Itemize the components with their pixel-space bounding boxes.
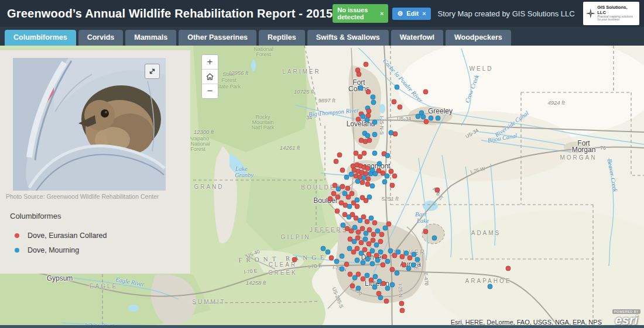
point-dove-eurasian-collared[interactable] <box>506 266 511 271</box>
point-dove-mourning[interactable] <box>358 85 364 91</box>
no-issues-close-icon[interactable]: × <box>380 10 383 17</box>
point-dove-mourning[interactable] <box>385 286 390 291</box>
point-dove-eurasian-collared[interactable] <box>350 284 355 289</box>
point-dove-mourning[interactable] <box>372 285 378 290</box>
point-dove-eurasian-collared[interactable] <box>356 272 361 277</box>
point-dove-mourning[interactable] <box>370 184 375 189</box>
point-dove-mourning[interactable] <box>416 114 421 119</box>
point-dove-eurasian-collared[interactable] <box>386 222 392 227</box>
point-dove-eurasian-collared[interactable] <box>379 232 385 237</box>
point-dove-mourning[interactable] <box>356 286 361 291</box>
point-dove-eurasian-collared[interactable] <box>398 105 403 110</box>
point-dove-eurasian-collared[interactable] <box>424 119 429 125</box>
point-dove-mourning[interactable] <box>412 252 417 257</box>
point-dove-eurasian-collared[interactable] <box>364 62 369 67</box>
tab-woodpeckers[interactable]: Woodpeckers <box>446 30 511 46</box>
point-dove-mourning[interactable] <box>385 153 390 158</box>
point-dove-eurasian-collared[interactable] <box>362 151 367 156</box>
point-dove-mourning[interactable] <box>488 284 493 289</box>
point-dove-eurasian-collared[interactable] <box>340 184 345 189</box>
zoom-in-button[interactable]: + <box>202 55 218 70</box>
point-dove-mourning[interactable] <box>378 250 383 255</box>
point-dove-mourning[interactable] <box>432 236 437 241</box>
point-dove-eurasian-collared[interactable] <box>329 256 334 261</box>
point-dove-mourning[interactable] <box>340 267 345 272</box>
point-dove-mourning[interactable] <box>396 250 401 255</box>
point-dove-mourning[interactable] <box>370 261 375 267</box>
tab-corvids[interactable]: Corvids <box>78 30 124 46</box>
point-dove-mourning[interactable] <box>365 118 370 123</box>
point-dove-eurasian-collared[interactable] <box>366 89 371 95</box>
point-dove-eurasian-collared[interactable] <box>335 209 340 214</box>
point-dove-eurasian-collared[interactable] <box>344 262 350 267</box>
point-dove-mourning[interactable] <box>372 151 378 156</box>
point-dove-mourning[interactable] <box>395 85 400 90</box>
point-dove-eurasian-collared[interactable] <box>355 246 360 251</box>
point-dove-eurasian-collared[interactable] <box>367 138 372 143</box>
zoom-out-button[interactable]: − <box>202 84 218 98</box>
point-dove-mourning[interactable] <box>382 179 388 185</box>
expand-photo-button[interactable] <box>145 64 160 79</box>
point-dove-mourning[interactable] <box>429 116 434 121</box>
point-dove-mourning[interactable] <box>365 273 370 278</box>
point-dove-mourning[interactable] <box>411 263 416 268</box>
edit-badge[interactable]: ⚙ Edit × <box>392 8 430 20</box>
point-dove-mourning[interactable] <box>377 161 382 167</box>
point-dove-eurasian-collared[interactable] <box>356 117 361 122</box>
point-dove-eurasian-collared[interactable] <box>378 239 383 244</box>
tab-waterfowl[interactable]: Waterfowl <box>391 30 443 46</box>
point-dove-eurasian-collared[interactable] <box>350 191 355 196</box>
point-dove-eurasian-collared[interactable] <box>381 263 386 268</box>
point-dove-mourning[interactable] <box>371 95 376 100</box>
point-dove-eurasian-collared[interactable] <box>355 204 360 209</box>
point-dove-eurasian-collared[interactable] <box>400 308 405 313</box>
point-dove-mourning[interactable] <box>372 132 378 137</box>
tab-columbiformes[interactable]: Columbiformes <box>5 30 76 46</box>
point-dove-mourning[interactable] <box>355 258 360 263</box>
point-dove-eurasian-collared[interactable] <box>366 177 371 182</box>
point-dove-mourning[interactable] <box>406 266 412 271</box>
point-dove-mourning[interactable] <box>361 260 366 265</box>
point-dove-eurasian-collared[interactable] <box>423 229 429 234</box>
point-dove-mourning[interactable] <box>344 175 350 180</box>
point-dove-eurasian-collared[interactable] <box>423 89 429 95</box>
point-dove-eurasian-collared[interactable] <box>328 196 333 202</box>
tab-mammals[interactable]: Mammals <box>125 30 176 46</box>
point-dove-eurasian-collared[interactable] <box>362 247 368 253</box>
point-dove-eurasian-collared[interactable] <box>340 168 345 173</box>
home-button[interactable] <box>202 70 218 84</box>
tab-other-passerines[interactable]: Other Passerines <box>179 30 256 46</box>
point-dove-mourning[interactable] <box>372 120 378 125</box>
point-dove-eurasian-collared[interactable] <box>384 299 389 304</box>
point-dove-eurasian-collared[interactable] <box>292 257 297 263</box>
no-issues-badge[interactable]: No issues detected × <box>333 4 388 23</box>
point-dove-mourning[interactable] <box>395 271 400 276</box>
point-dove-eurasian-collared[interactable] <box>357 72 362 77</box>
point-dove-eurasian-collared[interactable] <box>393 132 398 137</box>
point-dove-mourning[interactable] <box>390 282 395 288</box>
point-dove-mourning[interactable] <box>371 100 376 105</box>
tab-reptiles[interactable]: Reptiles <box>259 30 305 46</box>
point-dove-mourning[interactable] <box>355 198 360 203</box>
point-dove-eurasian-collared[interactable] <box>335 195 341 200</box>
point-dove-eurasian-collared[interactable] <box>392 174 398 179</box>
point-dove-mourning[interactable] <box>340 254 345 259</box>
point-dove-mourning[interactable] <box>436 116 441 121</box>
point-dove-eurasian-collared[interactable] <box>435 188 440 193</box>
point-dove-mourning[interactable] <box>334 259 340 264</box>
point-dove-eurasian-collared[interactable] <box>381 281 386 286</box>
point-dove-mourning[interactable] <box>415 257 420 263</box>
tab-swifts-swallows[interactable]: Swifts & Swallows <box>307 30 389 46</box>
point-dove-eurasian-collared[interactable] <box>376 291 382 296</box>
point-dove-mourning[interactable] <box>385 174 390 179</box>
point-dove-eurasian-collared[interactable] <box>337 153 342 158</box>
esri-logo[interactable]: POWERED BY esri <box>612 305 640 327</box>
point-dove-eurasian-collared[interactable] <box>345 186 351 191</box>
point-dove-eurasian-collared[interactable] <box>360 180 365 185</box>
point-dove-eurasian-collared[interactable] <box>372 220 378 226</box>
point-dove-mourning[interactable] <box>388 248 393 254</box>
point-dove-mourning[interactable] <box>326 250 331 255</box>
point-dove-mourning[interactable] <box>385 259 390 264</box>
point-dove-mourning[interactable] <box>365 257 371 262</box>
point-dove-eurasian-collared[interactable] <box>367 227 372 233</box>
